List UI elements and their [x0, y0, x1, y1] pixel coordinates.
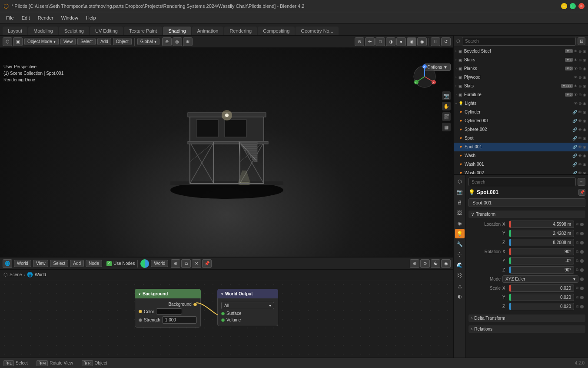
tab-compositing[interactable]: Compositing	[258, 27, 295, 35]
rotation-x-value[interactable]: 90°	[509, 248, 574, 255]
location-y-value[interactable]: 2.4282 m	[509, 230, 574, 237]
menu-render[interactable]: Render	[34, 14, 57, 22]
cursor-icon-planks[interactable]: ⊕	[578, 67, 582, 71]
background-node[interactable]: ∨ Background Background Color	[135, 289, 201, 328]
hand-icon[interactable]: ✋	[442, 102, 451, 110]
eye-icon-wash[interactable]: 👁	[578, 154, 582, 158]
outliner-item-wash002[interactable]: ▼ Wash.002 🔗 👁 ◉	[454, 169, 588, 174]
camera-icon[interactable]: 📷	[442, 91, 451, 100]
outliner-search-input[interactable]	[462, 37, 576, 46]
copy-icon-rx[interactable]: ⧉	[576, 249, 578, 254]
strength-field[interactable]: 1.000	[162, 316, 197, 324]
eye-icon-planks[interactable]: 👁	[574, 67, 578, 71]
node-new-icon[interactable]: ⊕	[171, 259, 180, 268]
render-icon-spot[interactable]: ◉	[583, 136, 586, 141]
copy-icon-sx[interactable]: ⧉	[576, 286, 578, 291]
overlay-icon[interactable]: ⊙	[355, 37, 364, 46]
outliner-item-spot001[interactable]: ▼ Spot.001 🔗 👁 ◉	[454, 143, 588, 151]
outliner-filter-icon[interactable]: ⊟	[578, 37, 585, 45]
transform-dropdown[interactable]: Global ▾	[137, 38, 159, 45]
outliner-item-sphere002[interactable]: ▼ Sphere.002 🔗 👁 ◉	[454, 125, 588, 134]
minimize-btn[interactable]: ─	[561, 3, 567, 9]
render-icon-plywood[interactable]: ◉	[583, 75, 586, 80]
scale-x-value[interactable]: 0.020	[509, 284, 574, 292]
copy-icon-sy[interactable]: ⧉	[576, 295, 578, 300]
pause-icon[interactable]: ⏸	[431, 37, 440, 46]
prop-icon-physics[interactable]: 🌊	[455, 260, 465, 270]
eye-icon[interactable]: 👁	[574, 49, 578, 54]
outliner-item-cylinder001[interactable]: ▼ Cylinder.001 🔗 👁 ◉	[454, 117, 588, 125]
tab-layout[interactable]: Layout	[3, 27, 27, 35]
prop-icon-constraints[interactable]: ⛓	[455, 271, 465, 280]
tab-modeling[interactable]: Modeling	[28, 27, 58, 35]
link-icon-spot001[interactable]: 🔗	[572, 145, 577, 149]
mode-dropdown[interactable]: XYZ Euler ▾	[502, 275, 578, 283]
prop-icon-particles[interactable]: ⁛	[455, 250, 465, 259]
link-icon-wash[interactable]: 🔗	[572, 154, 577, 158]
render-icon-wash[interactable]: ◉	[583, 154, 586, 158]
cursor-icon-lights[interactable]: ⊕	[578, 101, 582, 106]
world-output-node[interactable]: ∨ World Output All ▾	[217, 289, 278, 326]
prop-icon-output[interactable]: 🖨	[455, 197, 465, 207]
cursor-icon-plywood[interactable]: ⊕	[578, 75, 582, 80]
properties-filter-icon[interactable]: ≡	[578, 178, 585, 186]
outliner-item-furniture[interactable]: › ▣ Furniture ▼6 👁 ⊕ ◉	[454, 90, 588, 99]
render-icon-wash002[interactable]: ◉	[583, 171, 586, 174]
tab-rendering[interactable]: Rendering	[224, 27, 257, 35]
viewport-shading-solid[interactable]: ◑	[386, 37, 395, 46]
eye-icon-plywood[interactable]: 👁	[574, 75, 578, 80]
prop-obj-name[interactable]: Spot.001	[468, 198, 585, 207]
eye-icon-spot[interactable]: 👁	[578, 136, 582, 141]
tab-texture-paint[interactable]: Texture Paint	[124, 27, 162, 35]
eye-icon-cyl001[interactable]: 👁	[578, 119, 582, 123]
outliner-item-beveled-steel[interactable]: › ▣ Beveled Steel ▼9 👁 ⊕ ◉	[454, 47, 588, 56]
world-name-btn[interactable]: World	[151, 260, 168, 267]
rotation-y-value[interactable]: -0°	[509, 257, 574, 264]
copy-icon-lz[interactable]: ⧉	[576, 240, 578, 245]
link-icon-spot[interactable]: 🔗	[572, 136, 577, 141]
viewport-type-icon[interactable]: ⬡	[3, 37, 12, 46]
render-icon-cyl[interactable]: ◉	[583, 110, 586, 114]
tab-uv-editing[interactable]: UV Editing	[90, 27, 123, 35]
outliner-item-spot[interactable]: ▼ Spot 🔗 👁 ◉	[454, 134, 588, 143]
outliner-item-slats[interactable]: › ▣ Slats ▼111 👁 ⊕ ◉	[454, 82, 588, 90]
use-nodes-checkbox[interactable]: ✓	[106, 261, 112, 266]
delta-transform-header[interactable]: › Delta Transform	[468, 314, 585, 322]
proportional-icon[interactable]: ◎	[173, 37, 182, 46]
outliner-item-lights[interactable]: › 💡 Lights 👁 ⊕ ◉	[454, 99, 588, 108]
render-icon[interactable]: ◉	[583, 49, 586, 54]
prop-icon-scene[interactable]: ⬡	[455, 177, 465, 186]
node-editor-type-icon[interactable]: 🌐	[3, 259, 12, 268]
node-view-menu[interactable]: View	[33, 260, 49, 267]
viewport-shading-mat[interactable]: ●	[396, 37, 406, 46]
prop-icon-view[interactable]: 🖼	[455, 208, 465, 217]
prop-icon-data[interactable]: △	[455, 281, 465, 291]
render-icon-furniture[interactable]: ◉	[583, 93, 586, 97]
prop-icon-modifier[interactable]: 🔧	[455, 239, 465, 249]
close-btn[interactable]: ✕	[578, 3, 585, 9]
outliner-item-stairs[interactable]: › ▣ Stairs ▼6 👁 ⊕ ◉	[454, 56, 588, 64]
all-dropdown[interactable]: All ▾	[221, 302, 274, 309]
node-add-menu[interactable]: Add	[70, 260, 84, 267]
viewport-gizmo[interactable]: Z Y X	[412, 64, 438, 90]
node-editor-world-btn[interactable]: World	[14, 260, 31, 267]
node-pin-icon[interactable]: 📌	[202, 259, 212, 268]
eye-icon-lights[interactable]: 👁	[574, 101, 578, 106]
tab-sculpting[interactable]: Sculpting	[59, 27, 89, 35]
cursor-icon-slats[interactable]: ⊕	[578, 84, 582, 88]
prop-icon-material[interactable]: ◐	[455, 291, 465, 301]
render-icon-slats[interactable]: ◉	[583, 84, 586, 88]
render-icon-lights[interactable]: ◉	[583, 101, 586, 106]
node-unlink-icon[interactable]: ✕	[192, 259, 201, 268]
link-icon-wash001[interactable]: 🔗	[572, 162, 577, 167]
viewport-mode-icon[interactable]: ▣	[13, 37, 23, 46]
strength-socket[interactable]	[139, 318, 142, 322]
world-sphere-icon[interactable]	[140, 259, 149, 268]
select-menu[interactable]: Select	[77, 38, 96, 45]
prop-icon-scene2[interactable]: ◉	[455, 218, 465, 228]
menu-window[interactable]: Window	[58, 14, 82, 22]
scale-z-value[interactable]: 0.020	[509, 303, 574, 310]
render-icon-cyl001[interactable]: ◉	[583, 119, 586, 123]
prop-icon-render[interactable]: 📷	[455, 187, 465, 197]
location-x-value[interactable]: 4.5998 m	[509, 221, 574, 228]
